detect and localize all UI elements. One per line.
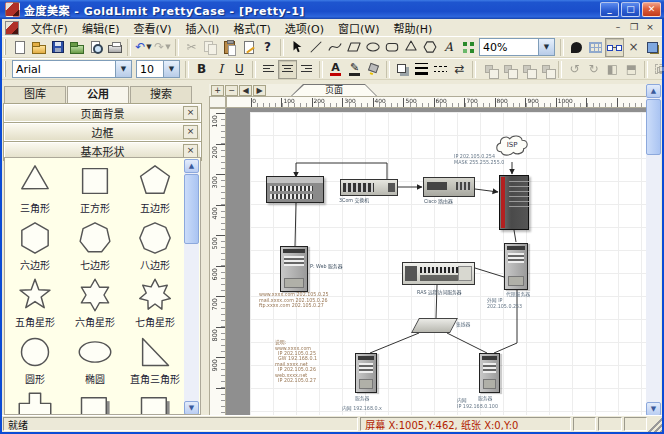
section-bar[interactable]: 边框× bbox=[4, 123, 201, 141]
export-button[interactable] bbox=[67, 38, 86, 57]
line-tool-button[interactable] bbox=[306, 38, 325, 57]
shapes-scrollbar[interactable]: ▲ ▼ bbox=[184, 159, 199, 415]
shape-item[interactable]: 七边形 bbox=[65, 217, 125, 274]
paste-button[interactable] bbox=[220, 38, 239, 57]
undo-button[interactable]: ↶▼ bbox=[134, 38, 153, 57]
menu-4[interactable]: 格式(T) bbox=[226, 19, 277, 37]
sidebar-tab[interactable]: 图库 bbox=[4, 86, 66, 103]
shape-item[interactable]: 直角三角形 bbox=[125, 331, 185, 388]
chevron-down-icon[interactable]: ▼ bbox=[146, 43, 151, 51]
ras-server[interactable] bbox=[402, 262, 475, 285]
section-bar[interactable]: 页面背景× bbox=[4, 104, 201, 122]
chevron-down-icon[interactable]: ▼ bbox=[538, 39, 554, 55]
rounded-rect-tool-button[interactable] bbox=[382, 38, 401, 57]
menu-3[interactable]: 插入(I) bbox=[179, 19, 227, 37]
connector-wire[interactable] bbox=[295, 203, 296, 246]
shape-item[interactable]: 正方形 bbox=[65, 160, 125, 217]
print-preview-button[interactable] bbox=[86, 38, 105, 57]
switch-3com[interactable] bbox=[340, 179, 398, 196]
open-button[interactable] bbox=[29, 38, 48, 57]
shape-item[interactable]: 五边形 bbox=[125, 160, 185, 217]
close-icon[interactable]: × bbox=[183, 125, 198, 139]
curve-tool-button[interactable] bbox=[325, 38, 344, 57]
close-icon[interactable]: × bbox=[183, 106, 198, 120]
mdi-restore-button[interactable]: ❒ bbox=[626, 21, 642, 34]
firewall[interactable] bbox=[499, 175, 529, 230]
shape-item[interactable]: 六边形 bbox=[5, 217, 65, 274]
shadow-button[interactable] bbox=[393, 60, 412, 79]
format-painter-button[interactable] bbox=[239, 38, 258, 57]
shape-item[interactable]: 五角星形 bbox=[5, 274, 65, 331]
connector-wire[interactable] bbox=[514, 230, 516, 242]
scroll-up-icon[interactable]: ▲ bbox=[184, 159, 199, 173]
chevron-down-icon[interactable]: ▼ bbox=[115, 61, 131, 77]
hexagon-tool-button[interactable] bbox=[420, 38, 439, 57]
triangle-tool-button[interactable] bbox=[401, 38, 420, 57]
font-color-button[interactable]: A bbox=[326, 60, 345, 79]
pointer-tool-button[interactable] bbox=[287, 38, 306, 57]
server-left[interactable] bbox=[355, 353, 377, 393]
hub[interactable] bbox=[411, 318, 458, 333]
mdi-minimize-button[interactable]: – bbox=[610, 21, 626, 34]
font-combo[interactable]: Arial▼ bbox=[12, 60, 132, 78]
close-icon[interactable]: × bbox=[183, 144, 198, 158]
zoom-combo[interactable]: 40%▼ bbox=[479, 38, 555, 56]
parallelogram-tool-button[interactable] bbox=[344, 38, 363, 57]
align-right-button[interactable] bbox=[297, 60, 316, 79]
line-style-button[interactable] bbox=[431, 60, 450, 79]
stack-switch[interactable] bbox=[266, 176, 324, 203]
menu-0[interactable]: 文件(F) bbox=[24, 19, 75, 37]
new-button[interactable] bbox=[10, 38, 29, 57]
align-left-button[interactable] bbox=[259, 60, 278, 79]
menu-5[interactable]: 选项(O) bbox=[278, 19, 331, 37]
drawing-canvas[interactable]: ISPIP 202.105.0.254MASK 255.255.255.03Co… bbox=[226, 108, 650, 416]
connector-button[interactable] bbox=[605, 38, 624, 57]
fill-color-button[interactable] bbox=[364, 60, 383, 79]
shape-item[interactable]: 三角形 bbox=[5, 160, 65, 217]
menu-6[interactable]: 窗口(W) bbox=[331, 19, 386, 37]
page-nav-2[interactable]: ◀ bbox=[239, 85, 252, 96]
snap-points-button[interactable] bbox=[458, 38, 477, 57]
size-combo[interactable]: 10▼ bbox=[136, 60, 180, 78]
minimize-button[interactable]: _ bbox=[600, 2, 619, 17]
shape-item[interactable]: 八边形 bbox=[125, 217, 185, 274]
line-color-button[interactable]: ✎ bbox=[345, 60, 364, 79]
help-button[interactable]: ? bbox=[258, 38, 277, 57]
underline-button[interactable]: U bbox=[230, 60, 249, 79]
proxy-server[interactable] bbox=[504, 243, 528, 290]
scroll-thumb[interactable] bbox=[184, 174, 199, 244]
scroll-down-icon[interactable]: ▼ bbox=[184, 401, 199, 415]
delete-connector-button[interactable]: × bbox=[624, 38, 643, 57]
resize-grip[interactable] bbox=[648, 416, 662, 432]
menu-7[interactable]: 帮助(H) bbox=[386, 19, 439, 37]
connector-wire[interactable] bbox=[475, 268, 504, 277]
document-page[interactable]: ISPIP 202.105.0.254MASK 255.255.255.03Co… bbox=[250, 112, 648, 416]
arrow-style-button[interactable]: ⇄ bbox=[450, 60, 469, 79]
server-right[interactable] bbox=[479, 353, 500, 393]
shape-item[interactable]: 椭圆 bbox=[65, 331, 125, 388]
line-width-button[interactable] bbox=[412, 60, 431, 79]
scroll-down-icon[interactable]: ▼ bbox=[646, 402, 661, 416]
italic-button[interactable]: I bbox=[211, 60, 230, 79]
text-tool-button[interactable]: A bbox=[439, 38, 458, 57]
align-center-button[interactable] bbox=[278, 60, 297, 79]
save-button[interactable] bbox=[48, 38, 67, 57]
shape-item[interactable]: 六角星形 bbox=[65, 274, 125, 331]
menu-1[interactable]: 编辑(E) bbox=[75, 19, 127, 37]
grid-toggle-button[interactable] bbox=[586, 38, 605, 57]
close-button[interactable]: ✕ bbox=[642, 2, 661, 17]
ink-button[interactable] bbox=[567, 38, 586, 57]
menu-2[interactable]: 查看(V) bbox=[126, 19, 178, 37]
maximize-button[interactable]: □ bbox=[621, 2, 640, 17]
router-cisco[interactable] bbox=[423, 177, 475, 197]
connector-wire[interactable] bbox=[447, 333, 487, 353]
print-button[interactable] bbox=[105, 38, 124, 57]
web-server[interactable] bbox=[280, 246, 308, 292]
chevron-down-icon[interactable]: ▼ bbox=[165, 43, 170, 51]
sidebar-tab[interactable]: 搜索 bbox=[130, 86, 192, 103]
page-nav-3[interactable]: ▶ bbox=[253, 85, 266, 96]
shape-item[interactable] bbox=[5, 388, 65, 415]
ellipse-tool-button[interactable] bbox=[363, 38, 382, 57]
bold-button[interactable]: B bbox=[192, 60, 211, 79]
page-nav-0[interactable]: + bbox=[211, 85, 224, 96]
